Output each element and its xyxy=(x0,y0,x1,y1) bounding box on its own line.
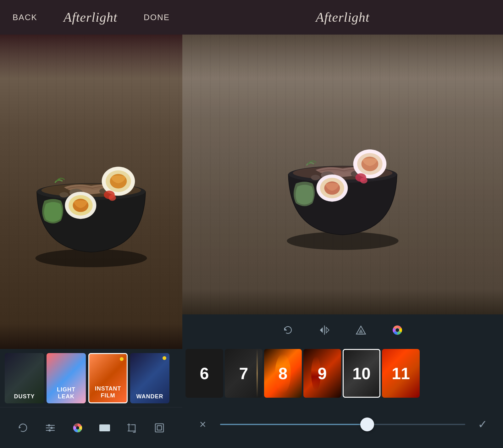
right-image-area xyxy=(182,35,503,314)
filter-instantfilm[interactable]: INSTANT FILM xyxy=(88,353,128,403)
slider-thumb[interactable] xyxy=(360,418,374,431)
svg-rect-26 xyxy=(101,429,102,430)
filter-8-number: 8 xyxy=(279,364,288,383)
filter-6-number: 6 xyxy=(200,364,209,383)
svg-rect-36 xyxy=(157,426,162,430)
svg-point-17 xyxy=(48,424,50,426)
wander-dot xyxy=(163,356,166,360)
svg-rect-27 xyxy=(108,426,109,427)
slider-confirm-button[interactable]: ✓ xyxy=(475,418,490,431)
filter-7[interactable]: 7 xyxy=(225,349,263,398)
colorwheel-button[interactable] xyxy=(68,418,87,437)
svg-point-19 xyxy=(48,429,51,431)
filmstrip-icon xyxy=(98,422,111,434)
rotate-button[interactable] xyxy=(279,321,297,339)
flip-button[interactable] xyxy=(316,321,333,339)
svg-rect-25 xyxy=(101,426,102,427)
right-filter-strip: 6 7 36 8 9 10 11 xyxy=(182,346,503,401)
right-panel: Afterlight xyxy=(182,0,503,448)
left-image-area xyxy=(0,35,182,349)
frame-button[interactable] xyxy=(150,418,169,437)
filter-10-number: 10 xyxy=(352,364,371,383)
levels-button[interactable] xyxy=(352,321,370,339)
adjustments-icon xyxy=(44,422,57,434)
filter-7-streak xyxy=(257,349,258,398)
reset-icon xyxy=(17,422,29,434)
svg-point-42 xyxy=(311,175,320,180)
svg-marker-53 xyxy=(326,327,329,333)
slider-track[interactable] xyxy=(220,424,465,425)
colorwheel-icon xyxy=(71,422,84,434)
flip-icon xyxy=(318,324,331,336)
left-toolbar xyxy=(0,407,182,448)
filter-instantfilm-label: INSTANT FILM xyxy=(89,385,127,399)
right-header: Afterlight xyxy=(182,0,503,35)
vignette-bottom-right xyxy=(182,289,503,314)
filter-wander-label: WANDER xyxy=(136,393,163,400)
vignette-top-right xyxy=(182,35,503,79)
filter-lightleak-label: LIGHTLEAK xyxy=(57,386,75,400)
filter-9[interactable]: 9 xyxy=(303,349,341,398)
back-button[interactable]: BACK xyxy=(13,13,37,22)
filter-dusty-label: DUSTY xyxy=(14,393,35,400)
svg-point-13 xyxy=(109,195,116,201)
reset-button[interactable] xyxy=(14,418,32,437)
instantfilm-dot xyxy=(120,357,124,361)
vignette-top-left xyxy=(0,35,182,79)
filter-6[interactable]: 6 xyxy=(185,349,223,398)
filter-icons-row xyxy=(182,314,503,346)
bowl-svg-right xyxy=(267,83,418,266)
filmstrip-button[interactable] xyxy=(95,418,114,437)
filter-10[interactable]: 10 xyxy=(343,349,380,398)
slider-area: × ✓ xyxy=(182,401,503,448)
slider-row: × ✓ xyxy=(195,418,490,431)
filter-wander[interactable]: WANDER xyxy=(130,353,169,403)
crop-icon xyxy=(126,422,138,434)
filter-11-number: 11 xyxy=(392,364,410,383)
svg-point-21 xyxy=(76,426,79,429)
color-wheel-button[interactable] xyxy=(389,321,406,339)
left-filter-strip: DUSTY LIGHTLEAK INSTANT FILM WANDER xyxy=(0,349,182,407)
left-panel: BACK Afterlight DONE xyxy=(0,0,182,448)
crop-button[interactable] xyxy=(123,418,141,437)
right-logo: Afterlight xyxy=(316,10,370,25)
done-button[interactable]: DONE xyxy=(144,13,170,22)
svg-point-18 xyxy=(50,427,53,429)
svg-point-50 xyxy=(360,178,368,184)
filter-7-number: 7 xyxy=(239,364,248,383)
svg-rect-28 xyxy=(108,429,109,430)
food-image-left xyxy=(0,35,182,349)
filter-lightleak[interactable]: LIGHTLEAK xyxy=(47,353,86,403)
slider-cancel-button[interactable]: × xyxy=(195,418,211,431)
frame-icon xyxy=(153,422,166,434)
svg-point-5 xyxy=(59,192,69,197)
filter-9-number: 9 xyxy=(318,364,327,383)
filter-8[interactable]: 36 8 xyxy=(264,349,302,398)
vignette-bottom-left xyxy=(0,324,182,349)
adjustments-button[interactable] xyxy=(41,418,60,437)
svg-marker-52 xyxy=(320,327,323,333)
filter-dusty[interactable]: DUSTY xyxy=(5,353,44,403)
color-wheel-icon xyxy=(391,324,404,336)
levels-icon xyxy=(355,324,367,336)
bowl-svg-left xyxy=(16,101,167,283)
svg-rect-35 xyxy=(155,424,163,432)
rotate-icon xyxy=(282,324,294,336)
left-logo: Afterlight xyxy=(64,10,117,25)
filter-11[interactable]: 11 xyxy=(382,349,420,398)
slider-fill xyxy=(220,424,367,425)
left-header: BACK Afterlight DONE xyxy=(0,0,182,35)
